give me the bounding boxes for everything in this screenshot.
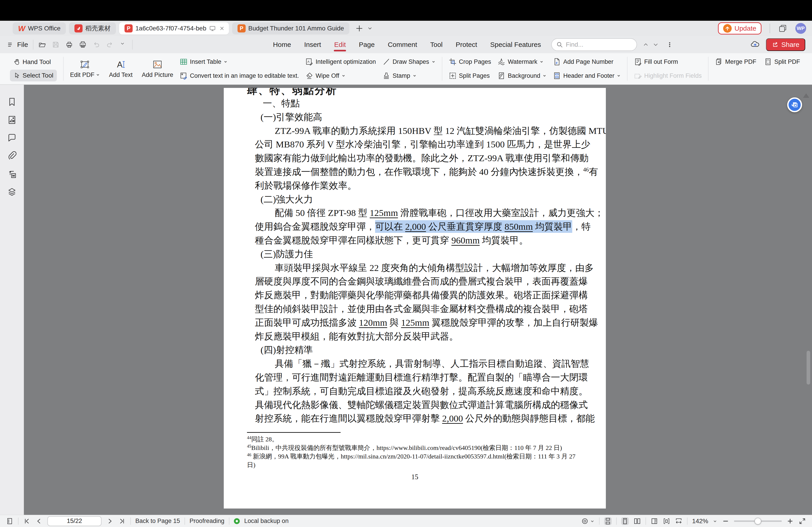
convert-to-word-floating-button[interactable] xyxy=(787,97,802,112)
find-box[interactable] xyxy=(551,38,637,51)
doc-line: 裝置連接成一個整體的動力包，在作戰環境下，能夠於 40 分鐘內快速拆裝更換，46… xyxy=(255,165,585,179)
file-menu[interactable]: File xyxy=(7,41,28,48)
wipe-off-button[interactable]: Wipe Off xyxy=(305,71,376,81)
zoom-in-icon[interactable] xyxy=(786,517,794,525)
add-picture-button[interactable]: Add Picture xyxy=(142,59,173,78)
fit-page-icon[interactable] xyxy=(663,517,670,525)
redo-icon[interactable] xyxy=(106,41,114,48)
fill-out-form-icon xyxy=(634,58,642,66)
edit-pdf-button[interactable]: Edit PDF xyxy=(70,59,100,78)
open-file-icon[interactable] xyxy=(38,41,46,48)
add-picture-icon xyxy=(152,59,163,70)
menu-page[interactable]: Page xyxy=(359,36,375,53)
find-next-icon[interactable] xyxy=(653,42,658,48)
find-input[interactable] xyxy=(566,41,620,48)
hand-icon xyxy=(14,59,20,65)
watermark-button[interactable]: Watermark xyxy=(497,57,547,67)
header-footer-button[interactable]: Header and Footer xyxy=(553,71,621,81)
footnote-line: 46 新浪網，99A 戰車動力包曝光，https://mil.sina.cn/z… xyxy=(247,452,606,461)
comments-icon[interactable] xyxy=(7,133,17,143)
hand-tool-button[interactable]: Hand Tool xyxy=(10,56,57,68)
menu-protect[interactable]: Protect xyxy=(455,36,477,53)
single-page-view-icon[interactable] xyxy=(621,517,629,525)
bookmarks-icon[interactable] xyxy=(7,97,17,107)
zoom-out-icon[interactable] xyxy=(722,517,729,525)
zoom-presets-chevron-icon[interactable] xyxy=(713,519,717,523)
layers-icon[interactable] xyxy=(7,187,17,197)
proofreading-button[interactable]: Proofreading xyxy=(189,517,224,525)
add-text-button[interactable]: A Add Text xyxy=(106,59,135,78)
last-page-icon[interactable] xyxy=(118,517,126,525)
fill-out-form-label: Fill out Form xyxy=(644,58,678,65)
document-area[interactable]: 肆、特、弱點分析一、特點(一)引擎效能高ZTZ-99A 戰車的動力系統採用 15… xyxy=(24,85,812,515)
update-button[interactable]: Update xyxy=(718,22,762,34)
page-indicator-input[interactable] xyxy=(47,516,102,526)
view-mode-icon xyxy=(581,517,589,525)
undo-icon[interactable] xyxy=(92,41,100,48)
pdf-page[interactable]: 肆、特、弱點分析一、特點(一)引擎效能高ZTZ-99A 戰車的動力系統採用 15… xyxy=(224,88,606,509)
window-switch-icon[interactable] xyxy=(778,24,787,33)
add-page-number-button[interactable]: # Add Page Number xyxy=(553,57,621,67)
insert-table-button[interactable]: Insert Table xyxy=(179,57,299,67)
menu-tool[interactable]: Tool xyxy=(430,36,443,53)
background-icon xyxy=(497,72,506,80)
add-text-icon: A xyxy=(116,59,126,70)
reading-layout-icon[interactable] xyxy=(651,517,658,525)
watermark-label: Watermark xyxy=(508,58,537,65)
select-tool-button[interactable]: Select Tool xyxy=(10,70,57,81)
print-preview-icon[interactable] xyxy=(79,41,87,48)
back-to-page-button[interactable]: Back to Page 15 xyxy=(135,517,180,525)
monitor-icon[interactable] xyxy=(209,25,216,32)
tab-pdf-document-active[interactable]: P 1a6c0e63-7f07-4754-beb xyxy=(119,22,229,34)
draw-shapes-button[interactable]: Draw Shapes xyxy=(382,57,436,67)
convert-to-word-icon[interactable] xyxy=(7,169,17,179)
menu-insert[interactable]: Insert xyxy=(304,36,321,53)
highlight-form-fields-icon xyxy=(634,72,642,80)
local-backup-label[interactable]: Local backup on xyxy=(244,517,289,525)
previous-page-icon[interactable] xyxy=(35,517,43,525)
fill-out-form-button[interactable]: Fill out Form xyxy=(634,57,702,67)
split-pdf-button[interactable]: Split PDF xyxy=(764,58,800,66)
background-button[interactable]: Background xyxy=(497,71,547,81)
next-page-icon[interactable] xyxy=(106,517,114,525)
footnote-line: 日) xyxy=(247,461,606,469)
continuous-scroll-icon[interactable] xyxy=(604,517,612,525)
zoom-slider-thumb[interactable] xyxy=(754,518,761,525)
view-mode-button[interactable] xyxy=(581,517,595,525)
quick-access-chevron-icon[interactable] xyxy=(119,41,127,48)
avatar[interactable]: WP xyxy=(795,23,806,34)
first-page-icon[interactable] xyxy=(23,517,31,525)
share-button[interactable]: Share xyxy=(766,38,805,51)
tab-wps-office[interactable]: W WPS Office xyxy=(13,22,66,34)
cloud-upload-icon[interactable] xyxy=(750,40,760,49)
menu-home[interactable]: Home xyxy=(273,36,291,53)
zoom-slider[interactable] xyxy=(734,521,782,522)
more-options-icon[interactable] xyxy=(666,41,673,48)
tab-docer[interactable]: 稻壳素材 xyxy=(69,22,116,34)
menu-special-features[interactable]: Special Features xyxy=(490,36,541,53)
zoom-level[interactable]: 142% xyxy=(692,517,708,525)
menu-comment[interactable]: Comment xyxy=(388,36,417,53)
convert-text-button[interactable]: Convert text in an image to editable tex… xyxy=(179,71,299,81)
tab-ppt-budget-thunder[interactable]: P Budget Thunder 101 Ammo Guide xyxy=(232,22,349,34)
menu-edit[interactable]: Edit xyxy=(334,36,346,53)
save-icon[interactable] xyxy=(52,41,60,48)
merge-pdf-button[interactable]: Merge PDF xyxy=(715,58,756,66)
two-page-view-icon[interactable] xyxy=(633,517,641,525)
intelligent-optimization-button[interactable]: A Intelligent optimization xyxy=(305,57,376,67)
stamp-button[interactable]: Stamp xyxy=(382,71,436,81)
split-pages-button[interactable]: Split Pages xyxy=(449,71,491,81)
close-tab-icon[interactable] xyxy=(219,25,225,32)
new-tab-icon[interactable] xyxy=(355,24,364,33)
fit-width-icon[interactable] xyxy=(675,517,683,525)
crop-pages-button[interactable]: Crop Pages xyxy=(449,57,491,67)
fullscreen-icon[interactable] xyxy=(798,517,806,525)
attachments-icon[interactable] xyxy=(7,151,17,161)
print-icon[interactable] xyxy=(66,41,73,48)
page-panel-icon[interactable] xyxy=(6,517,14,525)
tab-list-chevron-icon[interactable] xyxy=(367,26,373,31)
scrollbar-thumb[interactable] xyxy=(807,351,810,385)
find-previous-icon[interactable] xyxy=(643,42,649,48)
thumbnails-icon[interactable] xyxy=(7,115,17,125)
scrollbar-up-arrow-icon[interactable] xyxy=(803,93,809,98)
